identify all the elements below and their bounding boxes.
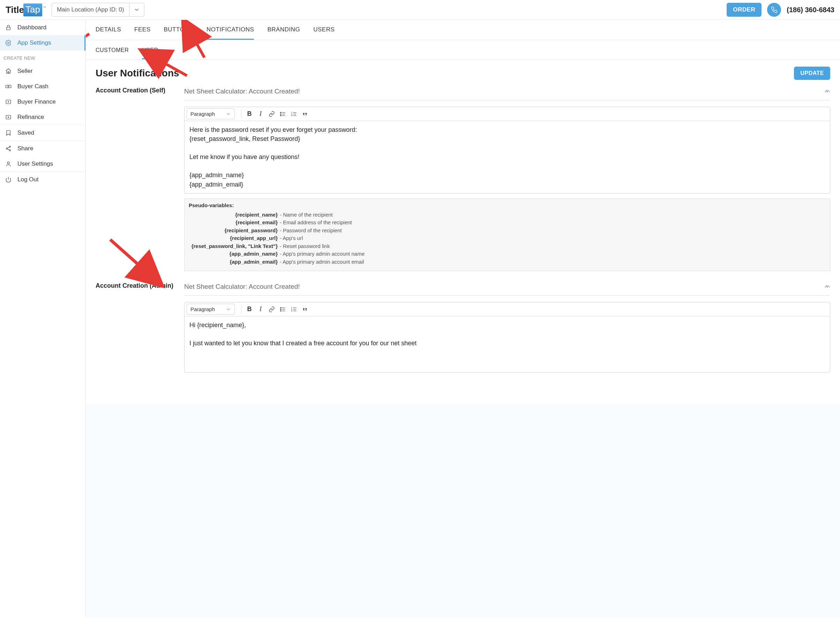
svg-point-13 (9, 150, 11, 151)
bold-button[interactable]: B (244, 109, 255, 119)
sidebar-item-seller[interactable]: Seller (0, 64, 85, 79)
editor-toolbar: Paragraph B I 123 (184, 302, 830, 316)
sidebar-item-saved[interactable]: Saved (0, 125, 85, 141)
tab-fees[interactable]: FEES (134, 26, 150, 40)
paragraph-select[interactable]: Paragraph (187, 108, 235, 119)
svg-point-32 (281, 309, 281, 310)
italic-button[interactable]: I (255, 304, 266, 315)
update-button[interactable]: UPDATE (794, 67, 830, 80)
sidebar-item-label: User Settings (18, 160, 53, 167)
sidebar-item-buyer-cash[interactable]: Buyer Cash (0, 79, 85, 94)
tab-details[interactable]: DETAILS (95, 26, 121, 40)
logo: TitleTap™ (6, 3, 46, 16)
ordered-list-button[interactable]: 123 (289, 109, 299, 119)
unordered-list-button[interactable] (278, 304, 288, 315)
unordered-list-button[interactable] (278, 109, 288, 119)
pseudo-key: {app_admin_name} (189, 250, 278, 258)
share-icon (5, 146, 12, 152)
subtab-user[interactable]: USER (142, 47, 158, 59)
sidebar-item-buyer-finance[interactable]: Buyer Finance (0, 94, 85, 110)
pseudo-row: {recipient_password}- Password of the re… (189, 227, 826, 235)
pseudo-row: {app_admin_name}- App's primary admin ac… (189, 250, 826, 258)
section-label: Account Creation (Admin) (95, 281, 176, 373)
link-button[interactable] (266, 109, 277, 119)
plus-box-icon (5, 114, 12, 120)
phone-icon[interactable] (767, 3, 781, 17)
cash-icon (5, 83, 12, 90)
quote-button[interactable] (300, 109, 311, 119)
order-button[interactable]: ORDER (727, 3, 761, 17)
chevron-down-icon (226, 111, 231, 116)
tab-branding[interactable]: BRANDING (267, 26, 300, 40)
sidebar-item-share[interactable]: Share (0, 141, 85, 156)
sidebar-item-label: Buyer Cash (18, 83, 49, 90)
gear-icon (5, 40, 12, 46)
svg-line-15 (7, 149, 9, 150)
pseudo-desc: - App's url (280, 234, 303, 242)
pseudo-key: {recipient_app_url} (189, 234, 278, 242)
subject-text[interactable]: Net Sheet Calculator: Account Created! (184, 88, 300, 95)
paragraph-select[interactable]: Paragraph (187, 304, 235, 315)
svg-point-22 (281, 115, 281, 116)
plus-box-icon (5, 99, 12, 105)
user-icon (5, 161, 12, 167)
caret-down-icon (129, 3, 144, 16)
sidebar-item-refinance[interactable]: Refinance (0, 110, 85, 125)
svg-text:3: 3 (291, 114, 292, 116)
pseudo-desc: - Reset password link (280, 242, 330, 250)
ordered-list-button[interactable]: 123 (289, 304, 299, 315)
svg-point-20 (281, 113, 281, 114)
editor-body[interactable]: Hi {recipient_name}, I just wanted to le… (184, 316, 830, 372)
editor: Paragraph B I 123 H (184, 302, 830, 373)
tab-buttons[interactable]: BUTTONS (164, 26, 193, 40)
sidebar-item-label: Log Out (18, 176, 39, 183)
link-button[interactable] (266, 304, 277, 315)
tab-notifications[interactable]: NOTIFICATIONS (207, 26, 254, 40)
subject-text[interactable]: Net Sheet Calculator: Account Created! (184, 283, 300, 291)
sidebar-item-app-settings[interactable]: App Settings (0, 35, 85, 51)
editor-body[interactable]: Here is the password reset if you ever f… (184, 121, 830, 193)
top-bar: TitleTap™ Main Location (App ID: 0) ORDE… (0, 0, 840, 20)
collapse-icon[interactable] (825, 89, 830, 94)
quote-button[interactable] (300, 304, 311, 315)
svg-rect-2 (8, 72, 9, 74)
secondary-tabs: CUSTOMERUSER (86, 40, 840, 59)
sidebar-item-label: Refinance (18, 114, 44, 121)
italic-button[interactable]: I (255, 109, 266, 119)
pseudo-key: {recipient_email} (189, 219, 278, 227)
sidebar-section-create: CREATE NEW (0, 51, 85, 64)
sidebar-item-log-out[interactable]: Log Out (0, 172, 85, 187)
sidebar-item-label: App Settings (18, 39, 51, 46)
svg-rect-0 (7, 27, 10, 30)
lock-icon (5, 24, 12, 31)
location-selector[interactable]: Main Location (App ID: 0) (52, 3, 144, 17)
page-title: User Notifications (95, 68, 179, 79)
logo-tm: ™ (43, 6, 46, 9)
editor: Paragraph B I 123 H (184, 107, 830, 193)
pseudo-desc: - Email address of the recipient (280, 219, 352, 227)
pseudo-row: {recipient_app_url}- App's url (189, 234, 826, 242)
chevron-down-icon (226, 307, 231, 312)
pseudo-desc: - Password of the recipient (280, 227, 342, 235)
svg-point-16 (7, 162, 9, 164)
main-area: DETAILSFEESBUTTONSNOTIFICATIONSBRANDINGU… (86, 20, 840, 617)
svg-point-30 (281, 307, 281, 308)
house-icon (5, 68, 12, 74)
collapse-icon[interactable] (825, 284, 830, 290)
logo-text-pre: Title (6, 4, 24, 15)
sidebar-item-dashboard[interactable]: Dashboard (0, 20, 85, 35)
tab-users[interactable]: USERS (313, 26, 335, 40)
sidebar-item-user-settings[interactable]: User Settings (0, 156, 85, 172)
pseudo-row: {app_admin_email}- App's primary admin a… (189, 258, 826, 266)
pseudo-desc: - App's primary admin account name (280, 250, 364, 258)
sidebar: DashboardApp Settings CREATE NEW SellerB… (0, 20, 86, 617)
bold-button[interactable]: B (244, 304, 255, 315)
svg-point-11 (9, 146, 11, 147)
pseudo-key: {reset_password_link, "Link Text"} (189, 242, 278, 250)
primary-tabs: DETAILSFEESBUTTONSNOTIFICATIONSBRANDINGU… (86, 20, 840, 40)
svg-point-34 (281, 310, 281, 311)
logo-text-box: Tap (23, 3, 42, 16)
subtab-customer[interactable]: CUSTOMER (95, 47, 129, 59)
sidebar-item-label: Seller (18, 68, 33, 75)
phone-number: (186) 360-6843 (786, 6, 834, 14)
